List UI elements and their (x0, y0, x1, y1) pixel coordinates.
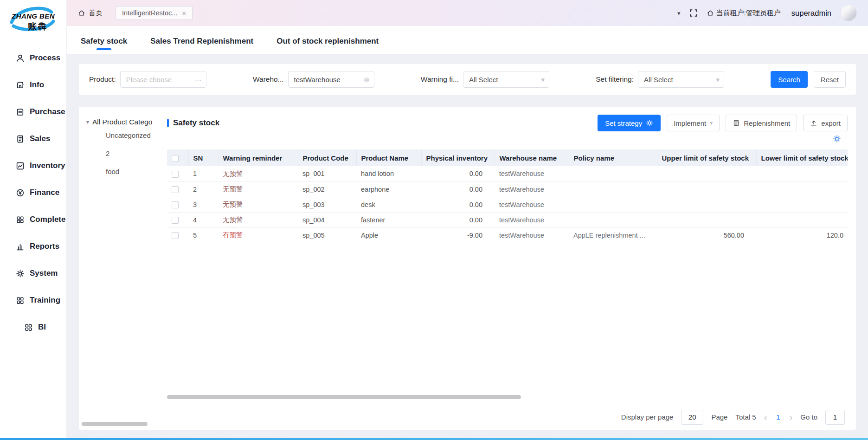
grid-icon (24, 323, 33, 332)
sidebar-item-purchase[interactable]: Purchase (0, 98, 66, 125)
safety-stock-panel: Safety stock Set strategy Implement ▾ (167, 113, 848, 430)
set-filtering-select[interactable]: All Select ▾ (638, 71, 724, 88)
select-all-checkbox[interactable] (172, 155, 179, 162)
column-header-warehouse-name: Warehouse name (495, 149, 569, 166)
cell-code: sp_004 (298, 212, 356, 227)
sidebar-item-label: Info (30, 80, 44, 90)
sidebar-item-sales[interactable]: Sales (0, 125, 66, 152)
column-header-warning-reminder: Warning reminder (218, 149, 298, 166)
row-checkbox[interactable] (172, 171, 179, 178)
panel-header: Safety stock Set strategy Implement ▾ (167, 113, 848, 133)
page-size-input[interactable] (681, 410, 703, 425)
tree-node-uncategorized[interactable]: Uncategorized (86, 126, 167, 144)
search-button[interactable]: Search (771, 71, 808, 88)
tree-node-food[interactable]: food (86, 162, 167, 181)
cell-policy (569, 181, 657, 197)
cell-policy (569, 212, 657, 227)
set-strategy-label: Set strategy (605, 119, 642, 127)
tenant-indicator: 当前租户:管理员租户 (707, 9, 781, 18)
row-checkbox[interactable] (172, 186, 179, 193)
prev-page-button[interactable]: ‹ (764, 413, 767, 422)
set-filtering-group: Set filtering: All Select ▾ (596, 71, 724, 88)
tenant-label: 当前租户:管理员租户 (716, 9, 781, 18)
table-row[interactable]: 1无预警sp_001hand lotion0.00testWarehouse (167, 166, 848, 181)
current-page[interactable]: 1 (775, 413, 781, 421)
page-horizontal-scrollbar[interactable] (82, 422, 148, 426)
table-row[interactable]: 2无预警sp_002earphone0.00testWarehouse (167, 181, 848, 197)
sidebar: ZHANG BEN 账犇 ProcessInfoPurchaseSalesInv… (0, 0, 67, 440)
export-button[interactable]: export (803, 115, 848, 131)
sidebar-item-process[interactable]: Process (0, 45, 66, 71)
tree-node-2[interactable]: 2 (86, 144, 167, 162)
row-checkbox[interactable] (172, 217, 179, 224)
replenishment-label: Replenishment (744, 119, 790, 127)
chart-icon (16, 162, 25, 170)
cell-upper (657, 212, 756, 227)
close-icon[interactable]: × (182, 10, 186, 17)
row-checkbox[interactable] (172, 201, 179, 208)
column-header-lower-limit-of-safety-stock: Lower limit of safety stock (756, 149, 848, 166)
implement-button[interactable]: Implement ▾ (667, 115, 720, 131)
table-row[interactable]: 3无预警sp_003desk0.00testWarehouse (167, 197, 848, 212)
next-page-button[interactable]: › (790, 413, 793, 422)
set-strategy-button[interactable]: Set strategy (598, 115, 661, 131)
row-select-cell (167, 227, 188, 243)
home-breadcrumb[interactable]: 首页 (78, 9, 103, 18)
cell-sn: 2 (188, 181, 218, 197)
cell-warehouse: testWarehouse (495, 181, 569, 197)
table-row[interactable]: 4无预警sp_004fastener0.00testWarehouse (167, 212, 848, 227)
sidebar-item-reports[interactable]: Reports (0, 233, 66, 260)
document-icon (16, 135, 25, 143)
sidebar-item-info[interactable]: Info (0, 71, 66, 98)
tab-sales-trend-replenishment[interactable]: Sales Trend Replenishment (149, 37, 254, 54)
fullscreen-icon[interactable] (689, 9, 698, 17)
table-zone: SNWarning reminderProduct CodeProduct Na… (167, 133, 848, 404)
brand-logo: ZHANG BEN 账犇 (0, 0, 66, 45)
tree-collapse-icon[interactable]: ▾ (86, 119, 89, 125)
clipboard-icon (16, 108, 25, 116)
sidebar-item-inventory[interactable]: Inventory (0, 152, 66, 179)
clear-icon[interactable]: ⊗ (364, 76, 370, 83)
product-input[interactable] (121, 71, 206, 87)
table-row[interactable]: 5有预警sp_005Apple-9.00testWarehouseAppLE r… (167, 227, 848, 243)
sidebar-item-label: Inventory (30, 161, 65, 170)
sidebar-item-training[interactable]: Training (0, 287, 66, 314)
replenishment-button[interactable]: Replenishment (726, 115, 797, 131)
grid-icon (16, 296, 25, 305)
chevron-down-icon: ▾ (541, 76, 545, 83)
sidebar-item-bi[interactable]: BI (0, 314, 66, 341)
warehouse-input[interactable] (289, 71, 374, 87)
tree-node-all-product-category[interactable]: ▾ All Product Catego (86, 118, 167, 126)
avatar[interactable] (840, 5, 857, 21)
product-picker[interactable]: ··· (120, 71, 206, 88)
sidebar-item-label: Process (30, 53, 60, 63)
cell-warehouse: testWarehouse (495, 227, 569, 243)
open-page-tab[interactable]: IntelligentRestoc... × (116, 6, 193, 20)
cell-upper (657, 197, 756, 212)
table-horizontal-scrollbar[interactable] (167, 395, 521, 399)
cell-warning: 无预警 (218, 197, 298, 212)
reset-button[interactable]: Reset (814, 71, 846, 88)
product-filter-group: Product: ··· (89, 71, 206, 88)
cell-name: hand lotion (356, 166, 421, 181)
ellipsis-picker-icon[interactable]: ··· (195, 76, 202, 83)
display-per-page-label: Display per page (621, 413, 674, 421)
username[interactable]: superadmin (791, 9, 831, 18)
panel-actions: Set strategy Implement ▾ Replenishment (598, 115, 848, 131)
tab-safety-stock[interactable]: Safety stock (80, 37, 128, 54)
chevron-down-icon[interactable]: ▾ (677, 10, 681, 17)
column-header-physical-inventory: Physical inventory (421, 149, 495, 166)
cell-sn: 1 (188, 166, 218, 181)
row-checkbox[interactable] (172, 232, 179, 239)
grid-icon (16, 215, 25, 224)
sidebar-item-label: BI (38, 323, 46, 332)
warehouse-picker[interactable]: ⊗ (288, 71, 374, 88)
table-settings-gear-icon[interactable] (833, 135, 841, 143)
sidebar-item-complete[interactable]: Complete (0, 206, 66, 233)
sidebar-item-finance[interactable]: Finance (0, 179, 66, 206)
tab-out-of-stock-replenishment[interactable]: Out of stock replenishment (276, 37, 379, 54)
sidebar-item-system[interactable]: System (0, 260, 66, 287)
warning-filter-select[interactable]: All Select ▾ (463, 71, 549, 88)
goto-page-input[interactable] (825, 410, 845, 425)
cell-lower (756, 181, 848, 197)
